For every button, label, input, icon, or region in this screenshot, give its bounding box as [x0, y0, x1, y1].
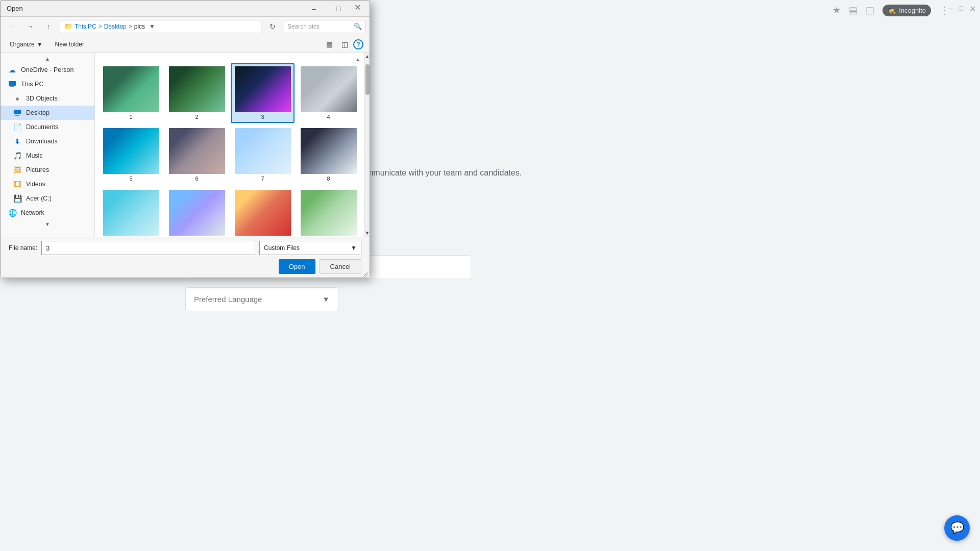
file-label-5: 5 — [129, 176, 132, 182]
dialog-forward-btn[interactable]: → — [23, 20, 37, 33]
dialog-close-btn[interactable]: ✕ — [351, 2, 363, 14]
file-label-6: 6 — [195, 176, 198, 182]
files-wrapper: ▲ 1 2 — [95, 53, 370, 237]
file-item-2[interactable]: 2 — [165, 63, 229, 123]
sidebar-scroll-down[interactable]: ▼ — [1, 220, 94, 228]
file-item-3[interactable]: 3 — [231, 63, 295, 123]
file-name-label: File name: — [9, 244, 37, 252]
cancel-button[interactable]: Cancel — [320, 259, 361, 274]
scroll-thumb[interactable] — [365, 64, 370, 95]
files-scroll-up[interactable]: ▲ — [355, 57, 360, 62]
search-bar: Search pics 🔍 — [284, 20, 365, 33]
file-item-8[interactable]: 8 — [297, 125, 360, 185]
sidebar-item-label: Network — [21, 209, 44, 216]
network-icon: 🌐 — [8, 208, 17, 217]
sidebar-item-onedrive[interactable]: ☁ OneDrive - Person — [1, 63, 94, 77]
scroll-down-arrow[interactable]: ▼ — [364, 229, 370, 237]
file-item-11[interactable]: 11 — [231, 187, 295, 237]
dialog-resize-handle[interactable] — [362, 270, 370, 278]
scroll-up-arrow[interactable]: ▲ — [364, 53, 370, 60]
pictures-icon: 🖼 — [13, 165, 22, 174]
bookmark-icon[interactable]: ★ — [832, 5, 841, 16]
dialog-up-btn[interactable]: ↑ — [41, 20, 56, 33]
file-type-chevron: ▼ — [351, 244, 357, 252]
sidebar-item-documents[interactable]: 📄 Documents — [1, 120, 94, 134]
file-thumbnail-9 — [103, 190, 159, 236]
file-item-5[interactable]: 5 — [99, 125, 163, 185]
breadcrumb-desktop[interactable]: Desktop — [104, 23, 127, 30]
footer-buttons-row: Open Cancel — [9, 259, 361, 274]
breadcrumb-this-pc[interactable]: This PC — [75, 23, 96, 30]
dialog-minimize-btn[interactable]: – — [302, 2, 326, 16]
svg-rect-3 — [15, 115, 19, 116]
file-thumbnail-6 — [169, 128, 225, 174]
sidebar-item-label: Acer (C:) — [26, 195, 52, 202]
view-details-btn[interactable]: ◫ — [338, 38, 351, 51]
sidebar-item-pictures[interactable]: 🖼 Pictures — [1, 163, 94, 177]
file-item-7[interactable]: 7 — [231, 125, 295, 185]
minimize-btn[interactable]: – — [948, 4, 953, 14]
dialog-nav-toolbar: Organize ▼ New folder ▤ ◫ ? — [1, 36, 370, 53]
sidebar-item-desktop[interactable]: Desktop — [1, 106, 94, 120]
file-thumbnail-11 — [235, 190, 291, 236]
files-grid: 1 2 3 — [99, 63, 360, 237]
svg-rect-2 — [14, 110, 21, 114]
maximize-btn[interactable]: □ — [959, 4, 963, 14]
sidebar-scroll-up[interactable]: ▲ — [1, 55, 94, 63]
breadcrumb-dropdown-btn[interactable]: ▼ — [148, 23, 156, 30]
dialog-titlebar: Open – □ ✕ — [1, 1, 370, 17]
extension-icon[interactable]: ▤ — [849, 5, 857, 16]
sidebar-item-thispc[interactable]: This PC — [1, 77, 94, 91]
organize-label: Organize — [10, 41, 35, 48]
view-thumbnail-btn[interactable]: ▤ — [323, 38, 336, 51]
organize-btn[interactable]: Organize ▼ — [7, 39, 46, 50]
file-name-input[interactable] — [41, 241, 255, 255]
sidebar-item-label: Videos — [26, 181, 45, 188]
thispc-icon — [8, 80, 17, 89]
preferred-language-dropdown[interactable]: Preferred Language ▼ — [185, 287, 338, 311]
dialog-sidebar: ▲ ☁ OneDrive - Person This PC ● 3D Objec… — [1, 53, 95, 237]
file-thumbnail-3 — [235, 66, 291, 112]
close-btn[interactable]: ✕ — [969, 4, 976, 14]
help-btn[interactable]: ? — [353, 39, 363, 49]
sidebar-item-label: Downloads — [26, 138, 58, 145]
file-thumbnail-12 — [301, 190, 357, 236]
breadcrumb-folder-icon: 📁 — [64, 22, 72, 30]
file-type-dropdown[interactable]: Custom Files ▼ — [259, 241, 361, 255]
music-icon: 🎵 — [13, 151, 22, 160]
dialog-title: Open — [7, 5, 302, 12]
sidebar-item-acer[interactable]: 💾 Acer (C:) — [1, 191, 94, 206]
file-label-7: 7 — [261, 176, 264, 182]
sidebar-item-3d[interactable]: ● 3D Objects — [1, 91, 94, 106]
open-button[interactable]: Open — [279, 259, 315, 274]
incognito-label: Incognito — [899, 7, 926, 14]
sidebar-item-label: Music — [26, 152, 43, 159]
dialog-maximize-btn[interactable]: □ — [327, 2, 350, 16]
files-scrollbar: ▲ ▼ — [364, 53, 370, 237]
sidebar-item-music[interactable]: 🎵 Music — [1, 148, 94, 163]
file-item-4[interactable]: 4 — [297, 63, 360, 123]
file-label-2: 2 — [195, 114, 198, 120]
file-item-1[interactable]: 1 — [99, 63, 163, 123]
dialog-window: Open – □ ✕ ← → ↑ 📁 This PC > Desktop > p… — [0, 0, 370, 278]
file-thumbnail-5 — [103, 128, 159, 174]
organize-chevron-icon: ▼ — [37, 41, 43, 48]
sidebar-item-label: OneDrive - Person — [21, 66, 74, 73]
sidebar-item-downloads[interactable]: ⬇ Downloads — [1, 134, 94, 148]
file-item-10[interactable]: 10 — [165, 187, 229, 237]
sidebar-item-network[interactable]: 🌐 Network — [1, 206, 94, 220]
sidebar-icon[interactable]: ◫ — [866, 5, 874, 16]
file-item-9[interactable]: 9 — [99, 187, 163, 237]
file-item-6[interactable]: 6 — [165, 125, 229, 185]
refresh-btn[interactable]: ↻ — [265, 20, 280, 33]
chat-icon: 💬 — [950, 521, 964, 535]
chat-bubble-button[interactable]: 💬 — [944, 515, 970, 541]
incognito-badge: 🕵 Incognito — [883, 5, 931, 16]
file-label-3: 3 — [261, 114, 264, 120]
svg-rect-1 — [10, 86, 14, 87]
3d-icon: ● — [13, 94, 22, 103]
search-icon[interactable]: 🔍 — [354, 22, 362, 30]
file-item-12[interactable]: 12 — [297, 187, 360, 237]
sidebar-item-videos[interactable]: 🎞 Videos — [1, 177, 94, 191]
new-folder-btn[interactable]: New folder — [52, 39, 87, 50]
